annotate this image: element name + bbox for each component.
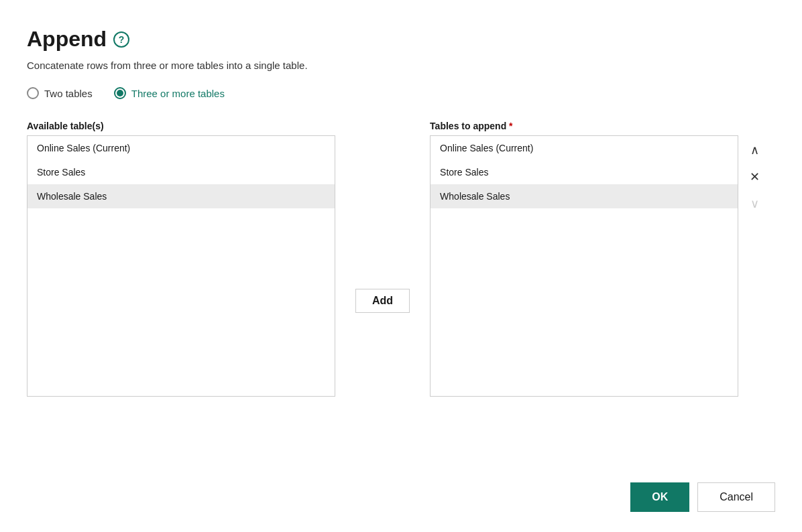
radio-group: Two tables Three or more tables bbox=[27, 87, 775, 99]
radio-two-tables-input[interactable] bbox=[27, 87, 39, 99]
help-icon[interactable]: ? bbox=[113, 31, 129, 48]
title-row: Append ? bbox=[27, 27, 775, 52]
radio-two-tables-label: Two tables bbox=[44, 88, 93, 99]
available-tables-section: Available table(s) Online Sales (Current… bbox=[27, 121, 335, 397]
remove-button[interactable]: ✕ bbox=[744, 166, 765, 188]
append-tables-label: Tables to append * bbox=[430, 121, 738, 131]
move-down-button[interactable]: ∨ bbox=[744, 193, 765, 214]
dialog-title: Append bbox=[27, 27, 107, 52]
list-item[interactable]: Online Sales (Current) bbox=[27, 136, 335, 160]
list-item[interactable]: Store Sales bbox=[27, 160, 335, 184]
side-controls: ∧ ✕ ∨ bbox=[744, 139, 765, 214]
append-tables-list[interactable]: Online Sales (Current) Store Sales Whole… bbox=[430, 135, 738, 397]
move-up-button[interactable]: ∧ bbox=[744, 139, 765, 161]
cancel-button[interactable]: Cancel bbox=[697, 482, 775, 512]
middle-section: Add bbox=[335, 289, 430, 313]
ok-button[interactable]: OK bbox=[630, 482, 689, 512]
available-tables-label: Available table(s) bbox=[27, 121, 335, 131]
list-item[interactable]: Wholesale Sales bbox=[27, 184, 335, 208]
required-star: * bbox=[509, 121, 512, 131]
list-item[interactable]: Online Sales (Current) bbox=[431, 136, 738, 160]
append-tables-section: Tables to append * Online Sales (Current… bbox=[430, 121, 738, 397]
available-tables-list[interactable]: Online Sales (Current) Store Sales Whole… bbox=[27, 135, 335, 397]
footer: OK Cancel bbox=[27, 476, 775, 512]
list-item[interactable]: Wholesale Sales bbox=[431, 184, 738, 208]
list-item[interactable]: Store Sales bbox=[431, 160, 738, 184]
content-area: Available table(s) Online Sales (Current… bbox=[27, 121, 775, 462]
radio-two-tables[interactable]: Two tables bbox=[27, 87, 93, 99]
append-dialog: Append ? Concatenate rows from three or … bbox=[0, 0, 802, 532]
radio-three-tables-label: Three or more tables bbox=[131, 88, 225, 99]
radio-three-tables-input[interactable] bbox=[114, 87, 126, 99]
right-section: Tables to append * Online Sales (Current… bbox=[430, 121, 765, 397]
dialog-subtitle: Concatenate rows from three or more tabl… bbox=[27, 60, 775, 71]
radio-three-tables[interactable]: Three or more tables bbox=[114, 87, 225, 99]
add-button[interactable]: Add bbox=[355, 289, 410, 313]
